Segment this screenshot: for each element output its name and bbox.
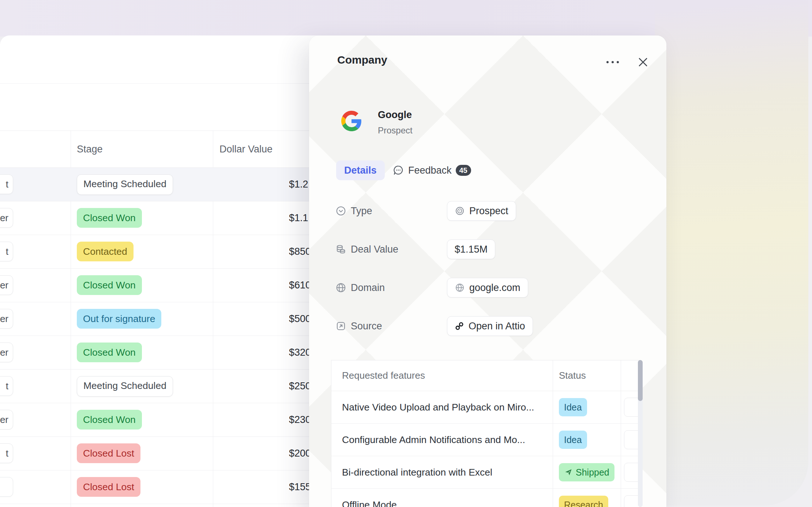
scrollbar-thumb[interactable] [638,360,643,401]
ellipsis-icon [606,61,609,63]
stage-badge: Meeting Scheduled [77,174,173,195]
domain-value: google.com [469,282,520,294]
screen: Stage Dollar Value t Meeting Scheduled $… [0,0,812,507]
column-header-dollar-value[interactable]: Dollar Value [219,131,272,167]
dollar-value-cell: $1.1 [289,201,308,235]
stage-badge: Closed Lost [77,477,140,497]
table-row[interactable]: er Closed Won $320 [0,336,322,370]
feature-name-cell: Configurable Admin Notifications and Mo.… [342,424,525,456]
type-value-pill[interactable]: Prospect [447,201,516,221]
more-options-button[interactable] [602,57,623,68]
table-row[interactable]: er Closed Won $1.1 [0,201,322,235]
feature-name-cell: Offline Mode [342,489,397,507]
field-row-type: Type Prospect [309,200,666,222]
field-label-domain: Domain [351,277,385,299]
record-name-pill-truncated: t [0,376,13,396]
google-logo [341,111,362,131]
feature-name-cell: Bi-directional integration with Excel [342,456,492,488]
table-row[interactable]: t Contacted $850 [0,235,322,269]
status-label: Research [564,500,603,507]
stage-badge: Closed Won [77,275,142,295]
record-name-pill-truncated: t [0,174,13,194]
features-rows: Native Video Upload and Playback on Miro… [331,391,640,507]
globe-icon [335,282,346,293]
company-logo-avatar [341,111,362,131]
column-header-status[interactable]: Status [559,360,586,391]
open-in-attio-button[interactable]: Open in Attio [447,316,533,336]
field-label-deal-value: Deal Value [351,238,398,260]
background-gradient-glow [655,0,808,506]
table-header-row: Stage Dollar Value [0,131,322,168]
stage-badge: Closed Won [77,343,142,362]
company-name: Google [378,109,412,121]
status-badge: Shipped [559,463,614,481]
table-row[interactable]: t Meeting Scheduled $250 [0,370,322,403]
domain-value-pill[interactable]: google.com [447,278,528,298]
field-row-source: Source Open in Attio [309,315,666,337]
close-icon [636,55,650,69]
field-row-domain: Domain google.com [309,277,666,299]
stage-badge: Closed Won [77,208,142,228]
table-row-partial [0,504,322,507]
send-icon [564,468,573,477]
dollar-value-cell: $610 [289,269,311,302]
tab-feedback[interactable]: Feedback 45 [392,160,471,180]
tab-feedback-label: Feedback [408,165,452,176]
status-label: Idea [564,435,582,445]
dollar-value-cell: $850 [289,235,311,268]
feature-name-cell: Native Video Upload and Playback on Miro… [342,391,534,423]
attio-logo [455,321,464,331]
field-label-type: Type [351,200,372,222]
chat-bubble-icon [392,164,404,176]
dollar-value-cell: $250 [289,370,311,403]
field-label-source: Source [351,315,382,337]
type-value: Prospect [469,205,508,217]
record-name-pill-truncated: er [0,208,13,228]
status-badge: Idea [559,398,587,416]
status-badge: Research [559,496,608,507]
stage-badge: Closed Lost [77,443,140,463]
feature-row[interactable]: Configurable Admin Notifications and Mo.… [331,424,640,456]
dollar-value-cell: $320 [289,336,311,369]
column-header-stage[interactable]: Stage [77,131,103,167]
record-name-pill-truncated [0,477,13,497]
ellipsis-icon [612,61,614,63]
company-subtitle: Prospect [378,125,413,136]
panel-title: Company [337,54,387,66]
table-row[interactable]: Closed Lost $155 [0,470,322,504]
feature-row[interactable]: Bi-directional integration with Excel Sh… [331,456,640,489]
dollar-value-cell: $1.2 [289,168,308,201]
table-row[interactable]: t Meeting Scheduled $1.2 [0,168,322,201]
record-name-pill-truncated: er [0,343,13,362]
dollar-value-cell: $155 [289,470,311,504]
window-toolbar-band [0,84,322,131]
stage-badge: Contacted [77,242,134,261]
ellipsis-icon [617,61,619,63]
table-row[interactable]: er Closed Won $230 [0,403,322,437]
deal-value: $1.15M [455,244,488,255]
record-name-pill-truncated: t [0,242,13,261]
status-badge: Idea [559,431,587,449]
tab-details[interactable]: Details [336,160,385,180]
record-name-pill-truncated: t [0,443,13,463]
deal-value-pill[interactable]: $1.15M [447,239,495,259]
dollar-value-cell: $500 [289,302,311,336]
stage-badge: Closed Won [77,410,142,430]
coins-icon [335,244,346,255]
dollar-value-cell: $200 [289,437,311,470]
table-row[interactable]: t Closed Lost $200 [0,437,322,470]
company-detail-panel: Company Google Prospect Details [309,35,666,507]
close-button[interactable] [636,55,650,69]
source-value: Open in Attio [469,321,525,332]
requested-features-table: Requested features Status Native Video U… [331,360,640,507]
dollar-value-cell: $230 [289,403,311,436]
feature-row[interactable]: Native Video Upload and Playback on Miro… [331,391,640,424]
features-header-row: Requested features Status [331,360,640,391]
table-row[interactable]: er Out for signature $500 [0,302,322,336]
feature-row[interactable]: Offline Mode Research [331,489,640,507]
stage-badge: Out for signature [77,309,161,329]
field-row-deal-value: Deal Value $1.15M [309,238,666,260]
table-row[interactable]: er Closed Won $610 [0,269,322,302]
column-header-requested-features[interactable]: Requested features [342,360,425,391]
chevron-circle-icon [335,205,346,216]
